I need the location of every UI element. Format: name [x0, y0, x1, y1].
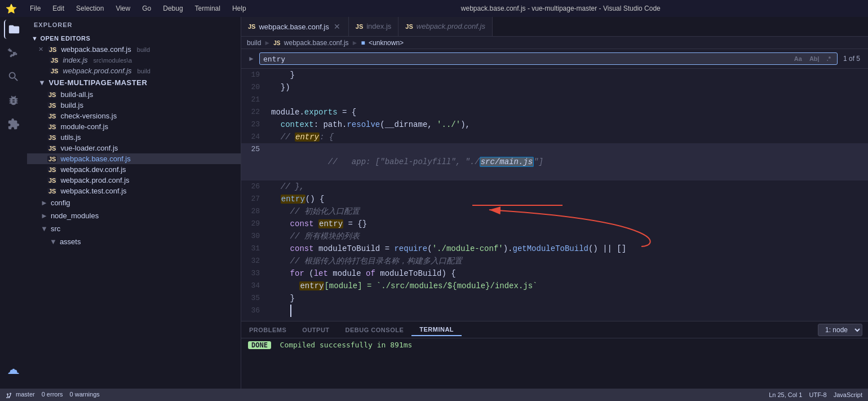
chevron-right-icon: ► [41, 199, 48, 207]
code-line-27: 27 entry() { [241, 193, 868, 205]
code-line-30: 30 // 所有模块的列表 [241, 230, 868, 243]
code-editor[interactable]: 19 } 20 }) 21 22 module.exports = { 23 [241, 69, 868, 321]
terminal-selector[interactable]: 1: node [818, 324, 862, 336]
explorer-icon[interactable] [4, 20, 23, 39]
tab-problems[interactable]: PROBLEMS [241, 324, 294, 336]
js-file-icon: JS [47, 188, 57, 195]
debug-icon[interactable] [4, 91, 23, 110]
search-expand-icon[interactable]: ► [246, 54, 257, 64]
tab-label: index.js [366, 22, 391, 30]
file-vue-loader-conf[interactable]: JS vue-loader.conf.js [27, 143, 241, 153]
status-errors: 0 errors [42, 391, 63, 398]
file-module-conf[interactable]: JS module-conf.js [27, 121, 241, 132]
search-result-count: 1 of 5 [840, 55, 863, 63]
code-line-23: 23 context: path.resolve(__dirname, '../… [241, 118, 868, 131]
menu-debug[interactable]: Debug [158, 3, 187, 14]
breadcrumb: build ► JS webpack.base.conf.js ► ■ <unk… [241, 37, 868, 49]
line-content-23: context: path.resolve(__dirname, '../'), [267, 118, 868, 131]
tab-webpack-prod[interactable]: JS webpack.prod.conf.js [398, 17, 493, 36]
file-utils[interactable]: JS utils.js [27, 132, 241, 143]
line-num-19: 19 [241, 69, 267, 81]
file-name: utils.js [60, 133, 81, 142]
docker-icon[interactable] [4, 364, 23, 383]
tab-close-icon[interactable]: ✕ [333, 22, 342, 31]
code-line-32: 32 // 根据传入的待打包目录名称，构建多入口配置 [241, 255, 868, 267]
open-editor-filename: webpack.prod.conf.js [63, 67, 131, 75]
done-badge: DONE [248, 341, 271, 349]
search-input-wrapper: Aa Ab| .* [259, 52, 838, 65]
menu-view[interactable]: View [111, 3, 135, 14]
open-editor-filename: webpack.base.conf.js [61, 45, 131, 54]
menu-edit[interactable]: Edit [48, 3, 69, 14]
file-name: webpack.base.conf.js [60, 155, 130, 163]
file-name: webpack.prod.conf.js [60, 176, 129, 184]
line-num-23: 23 [241, 118, 267, 131]
sidebar-header: EXPLORER [27, 17, 241, 33]
breadcrumb-symbol[interactable]: ■ <unknown> [361, 39, 404, 47]
assets-folder[interactable]: ▼ assets [27, 235, 241, 248]
tab-index[interactable]: JS index.js [349, 17, 399, 36]
search-activity-icon[interactable] [4, 67, 23, 86]
file-name: check-versions.js [60, 112, 117, 120]
config-folder[interactable]: ► config [27, 196, 241, 209]
open-editor-path: build [138, 68, 150, 74]
js-tab-icon: JS [356, 23, 363, 30]
code-line-24: 24 // entry: { [241, 131, 868, 143]
js-file-icon: JS [50, 68, 59, 74]
line-num-36: 36 [241, 305, 267, 317]
tab-webpack-base[interactable]: JS webpack.base.conf.js ✕ [241, 17, 349, 36]
open-editor-webpack-prod[interactable]: JS webpack.prod.conf.js build [27, 65, 241, 76]
terminal-message: Compiled successfully in 891ms [276, 341, 413, 349]
open-editors-header[interactable]: ▼ OPEN EDITORS [27, 33, 241, 44]
line-content-34: entry[module] = `./src/modules/${module}… [267, 280, 868, 292]
line-num-22: 22 [241, 106, 267, 118]
breadcrumb-sep-2: ► [352, 39, 358, 47]
sidebar: EXPLORER ▼ OPEN EDITORS ✕ JS webpack.bas… [27, 17, 241, 389]
file-build[interactable]: JS build.js [27, 100, 241, 111]
status-cursor: Ln 25, Col 1 [769, 391, 802, 398]
js-file-icon: JS [47, 91, 57, 98]
file-webpack-dev-conf[interactable]: JS webpack.dev.conf.js [27, 164, 241, 175]
file-build-all[interactable]: JS build-all.js [27, 89, 241, 100]
line-num-35: 35 [241, 292, 267, 305]
close-icon[interactable]: ✕ [38, 46, 43, 53]
line-num-30: 30 [241, 230, 267, 243]
menu-selection[interactable]: Selection [72, 3, 108, 14]
tab-debug-console[interactable]: DEBUG CONSOLE [338, 324, 412, 336]
node-modules-folder[interactable]: ► node_modules [27, 209, 241, 222]
code-line-35: 35 } [241, 292, 868, 305]
file-webpack-base-conf[interactable]: JS webpack.base.conf.js [27, 153, 241, 164]
project-folder[interactable]: ▼ VUE-MULTIPAGE-MASTER [27, 76, 241, 89]
file-check-versions[interactable]: JS check-versions.js [27, 111, 241, 121]
menu-help[interactable]: Help [228, 3, 251, 14]
tab-output[interactable]: OUTPUT [294, 324, 337, 336]
extensions-icon[interactable] [4, 114, 23, 134]
regex-button[interactable]: .* [824, 54, 834, 63]
file-webpack-prod-conf[interactable]: JS webpack.prod.conf.js [27, 175, 241, 186]
line-content-20: }) [267, 81, 868, 94]
open-editor-index[interactable]: JS index.js src\modules\a [27, 55, 241, 65]
match-case-button[interactable]: Aa [791, 54, 805, 63]
file-webpack-test-conf[interactable]: JS webpack.test.conf.js [27, 186, 241, 196]
breadcrumb-file[interactable]: JS webpack.base.conf.js [273, 39, 348, 47]
tab-label: webpack.base.conf.js [259, 23, 329, 31]
search-input[interactable] [263, 55, 791, 63]
menu-terminal[interactable]: Terminal [191, 3, 225, 14]
menu-file[interactable]: File [25, 3, 45, 14]
match-word-button[interactable]: Ab| [807, 54, 822, 63]
line-content-22: module.exports = { [267, 106, 868, 118]
js-breadcrumb-icon: JS [273, 40, 280, 46]
line-content-29: const entry = {} [267, 218, 868, 230]
source-control-icon[interactable] [4, 43, 23, 63]
status-branch: master [6, 391, 35, 398]
line-content-21 [267, 94, 868, 106]
editor-area: JS webpack.base.conf.js ✕ JS index.js JS… [241, 17, 868, 389]
line-num-31: 31 [241, 243, 267, 255]
tab-terminal[interactable]: TERMINAL [411, 324, 462, 336]
breadcrumb-build[interactable]: build [247, 39, 261, 47]
js-file-icon: JS [47, 166, 57, 173]
src-folder[interactable]: ▼ src [27, 222, 241, 235]
menu-go[interactable]: Go [138, 3, 156, 14]
open-editor-webpack-base[interactable]: ✕ JS webpack.base.conf.js build [27, 44, 241, 55]
bottom-panel: PROBLEMS OUTPUT DEBUG CONSOLE TERMINAL 1… [241, 321, 868, 389]
